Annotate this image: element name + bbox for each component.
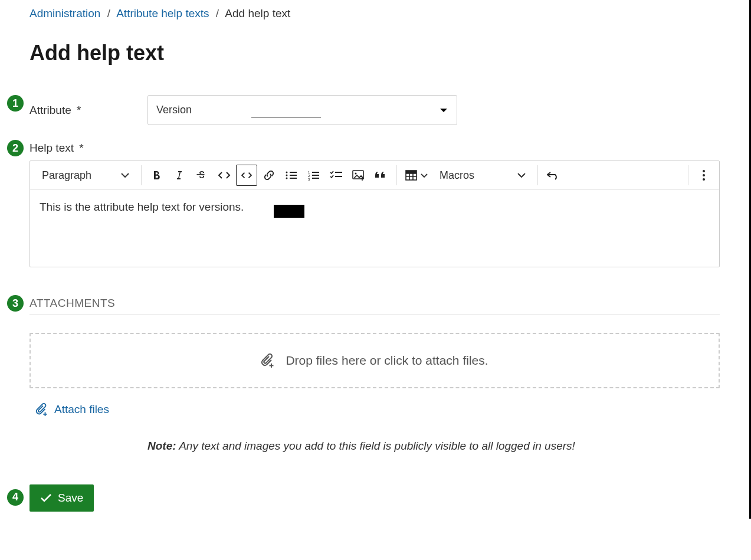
code-icon: [218, 170, 231, 181]
undo-icon: [547, 171, 560, 180]
redacted-block: [274, 205, 304, 218]
helptext-label: Help text *: [29, 142, 84, 154]
strikethrough-button[interactable]: [191, 165, 212, 186]
italic-icon: [174, 170, 185, 181]
blockquote-button[interactable]: [370, 165, 392, 186]
bullet-list-button[interactable]: [281, 165, 302, 186]
attachments-section: 3 ATTACHMENTS Drop files here or click t…: [29, 297, 720, 420]
step-badge-3: 3: [7, 295, 24, 312]
breadcrumb-link-attribute-help-texts[interactable]: Attribute help texts: [116, 7, 209, 19]
svg-point-12: [703, 178, 705, 181]
helptext-label-row: 2 Help text *: [29, 142, 720, 155]
bold-icon: [152, 170, 162, 181]
breadcrumb-separator: /: [216, 7, 219, 19]
attribute-select-value: Version: [156, 104, 192, 116]
chevron-down-icon: [440, 107, 448, 113]
paperclip-icon: [35, 402, 48, 417]
editor-text: This is the attribute help text for vers…: [40, 201, 244, 213]
inline-code-button[interactable]: [214, 165, 235, 186]
image-icon: [352, 170, 365, 181]
chevron-down-icon: [517, 173, 526, 178]
step-badge-2: 2: [7, 140, 24, 156]
macros-select[interactable]: Macros: [432, 166, 533, 185]
numbered-list-icon: 123: [307, 170, 320, 181]
attach-files-label: Attach files: [54, 403, 109, 416]
code-block-button[interactable]: [236, 165, 257, 186]
svg-point-1: [286, 175, 288, 176]
table-button[interactable]: [402, 165, 431, 186]
chevron-down-icon: [421, 173, 428, 178]
attachments-header: ATTACHMENTS: [29, 297, 720, 315]
task-list-button[interactable]: [326, 165, 347, 186]
more-vertical-icon: [702, 169, 706, 181]
breadcrumb-link-administration[interactable]: Administration: [29, 7, 100, 19]
paperclip-icon: [261, 353, 275, 368]
save-button-label: Save: [58, 492, 83, 505]
editor-toolbar: Paragraph 123: [30, 161, 719, 190]
step-badge-4: 4: [7, 489, 24, 506]
italic-button[interactable]: [169, 165, 190, 186]
toolbar-divider: [688, 165, 688, 185]
svg-point-11: [703, 174, 705, 176]
breadcrumb: Administration / Attribute help texts / …: [29, 7, 720, 20]
breadcrumb-separator: /: [107, 7, 110, 19]
svg-point-10: [703, 170, 705, 172]
attachment-dropzone[interactable]: Drop files here or click to attach files…: [29, 333, 720, 388]
chevron-down-icon: [121, 173, 129, 178]
save-row: 4 Save: [29, 484, 720, 512]
more-button[interactable]: [693, 165, 714, 186]
select-underline: [251, 117, 321, 117]
attribute-row: 1 Attribute * Version: [29, 95, 720, 125]
required-mark: *: [77, 104, 81, 116]
required-mark: *: [79, 142, 83, 154]
link-button[interactable]: [258, 165, 280, 186]
save-button[interactable]: Save: [29, 484, 94, 512]
checklist-icon: [330, 170, 343, 181]
note-text: Any text and images you add to this fiel…: [176, 440, 575, 452]
note-label: Note:: [147, 440, 176, 452]
editor-content-area[interactable]: This is the attribute help text for vers…: [30, 190, 719, 267]
numbered-list-button[interactable]: 123: [303, 165, 324, 186]
bold-button[interactable]: [146, 165, 168, 186]
dropzone-text: Drop files here or click to attach files…: [286, 353, 488, 368]
page-title: Add help text: [29, 41, 720, 66]
attribute-select[interactable]: Version: [147, 95, 457, 125]
svg-point-7: [355, 173, 357, 175]
attach-files-link[interactable]: Attach files: [29, 399, 115, 420]
block-style-select[interactable]: Paragraph: [35, 166, 136, 185]
check-icon: [40, 493, 52, 503]
toolbar-divider: [396, 165, 397, 185]
rich-text-editor: Paragraph 123: [29, 161, 720, 267]
link-icon: [263, 169, 275, 181]
visibility-note: Note: Any text and images you add to thi…: [147, 438, 578, 455]
svg-point-0: [286, 172, 288, 173]
undo-button[interactable]: [543, 165, 564, 186]
attribute-select-wrapper: Version: [147, 95, 457, 125]
toolbar-divider: [141, 165, 142, 185]
toolbar-divider: [537, 165, 538, 185]
macros-label: Macros: [440, 169, 474, 182]
block-style-value: Paragraph: [42, 169, 91, 182]
svg-rect-9: [406, 171, 417, 173]
svg-text:3: 3: [308, 178, 310, 181]
svg-point-2: [286, 178, 288, 179]
code-block-icon: [241, 171, 252, 180]
quote-icon: [375, 171, 387, 180]
breadcrumb-current: Add help text: [225, 7, 290, 19]
table-icon: [405, 170, 417, 181]
bullet-list-icon: [285, 170, 298, 181]
image-button[interactable]: [348, 165, 369, 186]
attribute-label: Attribute *: [29, 104, 147, 117]
step-badge-1: 1: [7, 95, 24, 112]
strikethrough-icon: [196, 170, 208, 181]
